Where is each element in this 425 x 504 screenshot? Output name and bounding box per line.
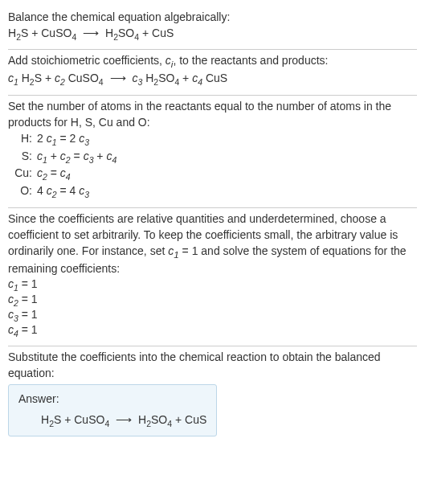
eq-text: H <box>18 72 30 84</box>
var-c: c <box>84 150 89 162</box>
coef: c3 <box>79 132 89 145</box>
var-c: c <box>47 184 52 197</box>
eq-text: H <box>41 413 49 426</box>
value: = 1 <box>18 293 38 305</box>
arrow-icon: ⟶ <box>107 72 129 84</box>
table-row: S: c1 + c2 = c3 + c4 <box>10 148 121 166</box>
coef-c1: c1 <box>168 244 178 257</box>
var-c: c <box>47 132 52 145</box>
var-c: c <box>37 150 43 162</box>
eq-text: S + CuSO <box>21 27 72 39</box>
var-c: c <box>8 308 14 321</box>
eq-text: + CuS <box>139 27 174 39</box>
coef: c2 <box>37 166 47 179</box>
arrow-icon: ⟶ <box>80 27 102 39</box>
coef-c3: c3 <box>132 72 142 84</box>
eq-sub: 4 <box>72 31 76 41</box>
balance-eq-h: 2 c1 = 2 c3 <box>37 130 121 148</box>
section-stoichiometric: Add stoichiometric coefficients, ci, to … <box>8 50 417 95</box>
table-row: Cu: c2 = c4 <box>10 165 121 182</box>
eq-text: SO <box>118 27 134 39</box>
var-c: c <box>60 150 66 162</box>
eq-text: SO <box>158 72 174 84</box>
var-i: 3 <box>84 137 89 147</box>
balance-eq-cu: c2 = c4 <box>37 165 121 182</box>
problem-intro: Balance the chemical equation algebraica… <box>8 10 417 26</box>
coef-row: c4 = 1 <box>8 322 417 338</box>
section-atom-balance: Set the number of atoms in the reactants… <box>8 96 417 208</box>
eq-text: SO <box>151 413 167 426</box>
coef: c2 <box>8 293 18 305</box>
coef: c4 <box>106 150 116 162</box>
section-problem: Balance the chemical equation algebraica… <box>8 6 417 49</box>
eq-text: S + <box>35 72 55 84</box>
balance-intro: Set the number of atoms in the reactants… <box>8 99 417 130</box>
balance-eq-o: 4 c2 = 4 c3 <box>37 182 121 200</box>
balanced-equation: H2S + CuSO4 ⟶ H2SO4 + CuS <box>18 412 206 428</box>
coef-solutions: c1 = 1 c2 = 1 c3 = 1 c4 = 1 <box>8 277 417 338</box>
stoich-equation: c1 H2S + c2 CuSO4 ⟶ c3 H2SO4 + c4 CuS <box>8 71 417 87</box>
text: = 4 <box>57 184 80 197</box>
element-label-h: H: <box>10 130 37 148</box>
var-c: c <box>166 54 171 67</box>
coef: c1 <box>47 132 57 145</box>
value: = 1 <box>18 323 38 336</box>
arrow-icon: ⟶ <box>112 413 135 426</box>
coef-c4: c4 <box>192 72 202 84</box>
eq-text: H <box>8 27 16 39</box>
solve-intro: Since the coefficients are relative quan… <box>8 211 417 277</box>
balance-eq-s: c1 + c2 = c3 + c4 <box>37 148 121 166</box>
text: = 2 <box>57 132 80 145</box>
text: + <box>47 150 60 162</box>
answer-box: Answer: H2S + CuSO4 ⟶ H2SO4 + CuS <box>8 384 217 436</box>
text: = <box>71 150 84 162</box>
coef-row: c1 = 1 <box>8 277 417 292</box>
var-c: c <box>8 72 14 84</box>
eq-text: CuSO <box>65 72 99 84</box>
coef: c1 <box>8 277 18 290</box>
coef: c1 <box>37 150 47 162</box>
coef-var: ci <box>166 54 174 67</box>
var-i: 4 <box>66 172 71 182</box>
table-row: H: 2 c1 = 2 c3 <box>10 130 121 148</box>
var-i: 4 <box>112 154 116 164</box>
var-c: c <box>37 166 43 179</box>
var-c: c <box>55 72 60 84</box>
section-answer: Substitute the coefficients into the che… <box>8 346 417 445</box>
text: Add stoichiometric coefficients, <box>8 54 166 67</box>
text: + <box>93 150 106 162</box>
coef: c2 <box>60 150 71 162</box>
eq-text: H <box>142 72 153 84</box>
eq-text: H <box>105 27 113 39</box>
text: , to the reactants and products: <box>173 54 328 67</box>
var-c: c <box>60 166 66 179</box>
coef: c3 <box>84 150 94 162</box>
var-i: 3 <box>84 190 89 199</box>
eq-sub: 4 <box>99 77 104 87</box>
balance-table: H: 2 c1 = 2 c3 S: c1 + c2 = c3 + c4 Cu: … <box>10 130 121 199</box>
text: 2 <box>37 132 47 145</box>
answer-label: Answer: <box>18 391 206 408</box>
value: = 1 <box>18 308 38 321</box>
coef: c4 <box>60 166 71 179</box>
element-label-o: O: <box>10 182 37 200</box>
eq-text: + CuS <box>172 413 206 426</box>
element-label-cu: Cu: <box>10 165 37 182</box>
var-c: c <box>8 323 14 336</box>
eq-text: H <box>138 413 146 426</box>
coef-row: c3 = 1 <box>8 307 417 322</box>
coef: c4 <box>8 323 18 336</box>
coef-row: c2 = 1 <box>8 292 417 307</box>
section-solve: Since the coefficients are relative quan… <box>8 208 417 345</box>
coef-c2: c2 <box>55 72 65 84</box>
element-label-s: S: <box>10 148 37 166</box>
value: = 1 <box>18 277 38 290</box>
coef-c1: c1 <box>8 72 18 84</box>
unbalanced-equation: H2S + CuSO4 ⟶ H2SO4 + CuS <box>8 26 417 42</box>
text: = <box>47 166 60 179</box>
table-row: O: 4 c2 = 4 c3 <box>10 182 121 200</box>
text: 4 <box>37 184 47 197</box>
eq-text: + <box>179 72 192 84</box>
eq-text: S + CuSO <box>54 413 104 426</box>
eq-sub: 4 <box>104 419 109 428</box>
